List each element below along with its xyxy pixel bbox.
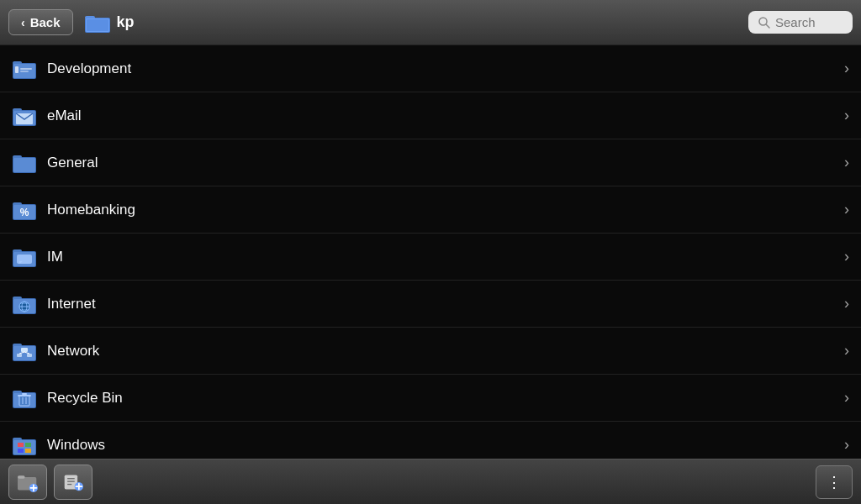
windows-icon: [12, 433, 37, 458]
svg-rect-60: [18, 475, 25, 478]
list-item[interactable]: Internet ›: [0, 281, 861, 328]
chevron-right-icon: ›: [844, 295, 849, 312]
search-icon: [758, 17, 770, 29]
add-folder-icon: [18, 472, 38, 492]
add-entry-button[interactable]: [54, 465, 92, 500]
chevron-right-icon: ›: [844, 154, 849, 171]
chevron-right-icon: ›: [844, 60, 849, 77]
svg-rect-9: [15, 66, 18, 73]
svg-line-5: [766, 24, 769, 28]
header-kp-label: kp: [117, 13, 135, 31]
general-icon: [12, 150, 37, 176]
svg-rect-18: [13, 158, 35, 172]
im-label: IM: [47, 249, 844, 265]
list-item[interactable]: General ›: [0, 139, 861, 186]
list-item[interactable]: eMail ›: [0, 92, 861, 139]
svg-text:%: %: [20, 207, 29, 218]
email-icon: [12, 103, 37, 129]
search-box[interactable]: [748, 11, 853, 34]
footer: ⋮: [0, 459, 861, 504]
svg-rect-55: [18, 443, 24, 447]
chevron-right-icon: ›: [844, 248, 849, 265]
header: ‹ Back kp: [0, 0, 861, 45]
svg-rect-58: [25, 449, 31, 453]
general-label: General: [47, 155, 844, 171]
svg-rect-39: [21, 348, 28, 352]
back-label: Back: [30, 15, 61, 29]
homebanking-icon: %: [12, 197, 37, 223]
internet-label: Internet: [47, 296, 844, 312]
svg-rect-47: [19, 396, 29, 406]
svg-rect-41: [27, 354, 32, 357]
list-item[interactable]: IM ›: [0, 234, 861, 281]
more-icon: ⋮: [827, 473, 842, 491]
recycle-bin-label: Recycle Bin: [47, 390, 844, 407]
search-input[interactable]: [775, 15, 843, 29]
svg-rect-48: [18, 395, 31, 396]
windows-label: Windows: [47, 437, 844, 454]
chevron-right-icon: ›: [844, 107, 849, 124]
network-label: Network: [47, 343, 844, 360]
add-folder-button[interactable]: [8, 465, 47, 500]
list-item[interactable]: Recycle Bin ›: [0, 375, 861, 422]
items-list: Development › eMail › General ›: [0, 45, 861, 459]
list-item[interactable]: Network ›: [0, 328, 861, 375]
im-icon: [12, 244, 37, 270]
list-item[interactable]: Windows ›: [0, 422, 861, 459]
add-entry-icon: [63, 472, 83, 492]
chevron-right-icon: ›: [844, 389, 849, 407]
list-item[interactable]: % Homebanking ›: [0, 186, 861, 234]
list-item[interactable]: Development ›: [0, 45, 861, 92]
development-icon: [12, 56, 37, 81]
footer-left-buttons: [8, 465, 92, 500]
internet-icon: [12, 291, 37, 317]
recycle-bin-icon: [12, 386, 37, 411]
header-title: kp: [85, 13, 748, 33]
svg-rect-11: [20, 71, 29, 72]
chevron-right-icon: ›: [844, 436, 849, 454]
chevron-right-icon: ›: [844, 201, 849, 218]
email-label: eMail: [47, 108, 844, 124]
svg-rect-3: [87, 19, 108, 31]
more-button[interactable]: ⋮: [816, 465, 853, 499]
chevron-right-icon: ›: [844, 342, 849, 360]
back-button[interactable]: ‹ Back: [8, 9, 73, 35]
kp-folder-icon: [85, 13, 110, 33]
svg-rect-56: [25, 443, 31, 447]
svg-rect-10: [20, 68, 32, 70]
svg-rect-26: [17, 255, 32, 264]
svg-rect-54: [13, 440, 35, 454]
footer-right-buttons: ⋮: [816, 465, 853, 499]
chevron-left-icon: ‹: [21, 16, 25, 29]
svg-rect-57: [18, 449, 24, 453]
network-icon: [12, 339, 37, 364]
svg-rect-40: [17, 354, 22, 357]
svg-rect-49: [22, 393, 27, 395]
development-label: Development: [47, 60, 844, 77]
homebanking-label: Homebanking: [47, 202, 844, 218]
